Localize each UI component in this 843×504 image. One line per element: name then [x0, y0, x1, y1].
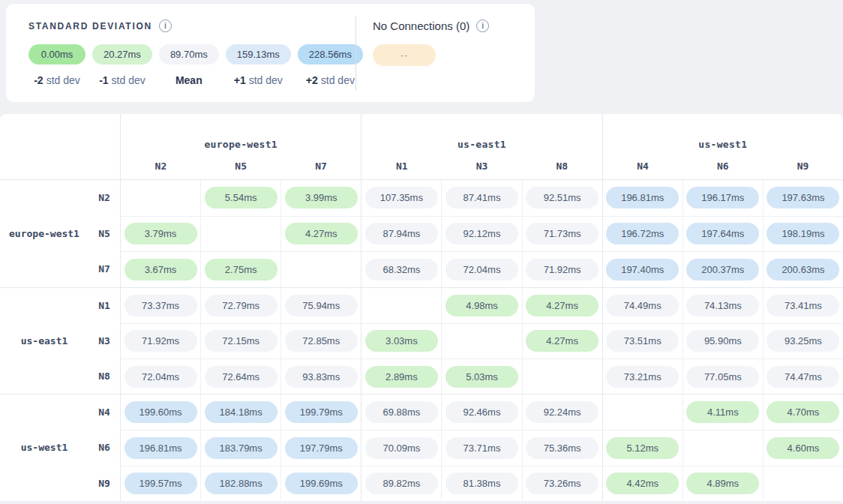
matrix-cell: 182.88ms: [200, 466, 280, 501]
matrix-cell: 73.51ms: [602, 323, 682, 358]
latency-pill[interactable]: 72.64ms: [205, 366, 278, 388]
matrix-cell: 197.79ms: [280, 430, 361, 465]
legend-stddev-label: Mean: [176, 74, 202, 86]
latency-pill[interactable]: 2.89ms: [365, 366, 438, 388]
stddev-info-icon[interactable]: i: [159, 20, 172, 32]
latency-pill[interactable]: 5.03ms: [446, 366, 518, 388]
matrix-cell: 199.57ms: [120, 466, 200, 501]
latency-pill[interactable]: 73.21ms: [606, 366, 679, 388]
latency-pill[interactable]: 198.19ms: [766, 223, 839, 244]
latency-pill[interactable]: 197.40ms: [606, 259, 679, 280]
latency-pill[interactable]: 71.92ms: [124, 330, 197, 352]
latency-pill[interactable]: 197.79ms: [285, 437, 358, 459]
column-node-label: N7: [281, 160, 362, 172]
latency-pill[interactable]: 196.81ms: [606, 187, 679, 208]
column-region-label: europe-west1: [121, 139, 361, 150]
row-node-label: N8: [88, 358, 120, 394]
matrix-cell-self: [602, 394, 682, 430]
latency-pill[interactable]: 75.94ms: [285, 295, 358, 316]
latency-pill[interactable]: 74.13ms: [686, 295, 759, 316]
latency-pill[interactable]: 4.98ms: [446, 295, 518, 316]
latency-pill[interactable]: 77.05ms: [686, 366, 759, 388]
latency-pill[interactable]: 68.32ms: [365, 259, 438, 280]
latency-pill[interactable]: 5.12ms: [606, 437, 679, 459]
latency-pill[interactable]: 3.99ms: [285, 187, 358, 208]
latency-pill[interactable]: 4.27ms: [526, 295, 598, 316]
latency-pill[interactable]: 200.63ms: [766, 259, 839, 280]
latency-pill[interactable]: 72.04ms: [124, 366, 197, 388]
latency-pill[interactable]: 183.79ms: [205, 437, 278, 459]
matrix-cell: 93.25ms: [763, 323, 843, 358]
latency-pill[interactable]: 199.69ms: [285, 472, 358, 494]
matrix-cell: 4.70ms: [763, 394, 843, 430]
matrix-cell: 4.89ms: [682, 466, 763, 501]
latency-pill[interactable]: 70.09ms: [365, 437, 438, 459]
latency-pill[interactable]: 92.12ms: [446, 223, 518, 244]
latency-pill[interactable]: 4.42ms: [606, 472, 679, 494]
latency-pill[interactable]: 184.18ms: [205, 401, 278, 423]
latency-pill[interactable]: 196.17ms: [686, 187, 759, 208]
matrix-cell: 5.03ms: [441, 358, 521, 394]
latency-pill[interactable]: 73.37ms: [124, 295, 197, 316]
latency-pill[interactable]: 72.79ms: [205, 295, 278, 316]
latency-pill[interactable]: 199.57ms: [124, 472, 197, 494]
latency-pill[interactable]: 4.27ms: [285, 223, 358, 244]
latency-pill[interactable]: 4.27ms: [526, 330, 598, 352]
latency-pill[interactable]: 73.26ms: [526, 472, 598, 494]
latency-pill[interactable]: 69.88ms: [365, 401, 438, 423]
latency-pill[interactable]: 89.82ms: [365, 472, 438, 494]
latency-pill[interactable]: 196.81ms: [124, 437, 197, 459]
matrix-cell: 73.21ms: [602, 358, 682, 394]
latency-pill[interactable]: 71.92ms: [526, 259, 598, 280]
latency-pill[interactable]: 3.79ms: [124, 223, 197, 244]
matrix-cell: 4.27ms: [522, 288, 602, 323]
latency-pill[interactable]: 87.94ms: [365, 223, 438, 244]
latency-pill[interactable]: 73.71ms: [446, 437, 518, 459]
latency-pill[interactable]: 5.54ms: [205, 187, 278, 208]
latency-pill[interactable]: 93.25ms: [766, 330, 839, 352]
matrix-cell-self: [522, 358, 602, 394]
column-group-us-east1: us-east1 N1 N3 N8: [361, 114, 602, 179]
latency-pill[interactable]: 3.03ms: [365, 330, 438, 352]
no-connections-legend: No Connections (0) i --: [356, 4, 535, 102]
row-region-label: europe-west1: [0, 180, 88, 287]
legend-value-pill: 0.00ms: [28, 44, 86, 64]
latency-pill[interactable]: 72.85ms: [285, 330, 358, 352]
latency-pill[interactable]: 107.35ms: [365, 187, 438, 208]
latency-pill[interactable]: 74.47ms: [766, 366, 839, 388]
latency-pill[interactable]: 2.75ms: [205, 259, 278, 280]
latency-pill[interactable]: 93.83ms: [285, 366, 358, 388]
latency-pill[interactable]: 4.70ms: [766, 401, 839, 423]
latency-pill[interactable]: 3.67ms: [124, 259, 197, 280]
latency-pill[interactable]: 4.89ms: [686, 472, 759, 494]
latency-pill[interactable]: 182.88ms: [205, 472, 278, 494]
latency-pill[interactable]: 4.11ms: [686, 401, 759, 423]
latency-pill[interactable]: 196.72ms: [606, 223, 679, 244]
latency-pill[interactable]: 75.36ms: [526, 437, 598, 459]
latency-pill[interactable]: 92.46ms: [446, 401, 518, 423]
latency-pill[interactable]: 92.24ms: [526, 401, 598, 423]
latency-pill[interactable]: 199.79ms: [285, 401, 358, 423]
column-group-us-west1: us-west1 N4 N6 N9: [602, 114, 843, 179]
latency-pill[interactable]: 200.37ms: [686, 259, 759, 280]
latency-pill[interactable]: 72.15ms: [205, 330, 278, 352]
latency-pill[interactable]: 81.38ms: [446, 472, 518, 494]
latency-pill[interactable]: 197.63ms: [766, 187, 839, 208]
latency-pill[interactable]: 197.64ms: [686, 223, 759, 244]
matrix-cell: 3.79ms: [120, 216, 200, 252]
latency-pill[interactable]: 72.04ms: [446, 259, 518, 280]
legend-item: 159.13ms+1std dev: [226, 44, 291, 86]
no-connections-info-icon[interactable]: i: [476, 20, 489, 32]
latency-pill[interactable]: 199.60ms: [124, 401, 197, 423]
row-node-label: N1: [88, 288, 120, 323]
latency-pill[interactable]: 74.49ms: [606, 295, 679, 316]
latency-pill[interactable]: 71.73ms: [526, 223, 598, 244]
latency-pill[interactable]: 4.60ms: [766, 437, 839, 459]
legend-stddev-label: -1std dev: [99, 74, 146, 86]
latency-pill[interactable]: 73.51ms: [606, 330, 679, 352]
latency-pill[interactable]: 87.41ms: [446, 187, 518, 208]
latency-pill[interactable]: 92.51ms: [526, 187, 598, 208]
latency-pill[interactable]: 95.90ms: [686, 330, 759, 352]
latency-pill[interactable]: 73.41ms: [766, 295, 839, 316]
legend-stddev-label: +1std dev: [234, 74, 283, 86]
